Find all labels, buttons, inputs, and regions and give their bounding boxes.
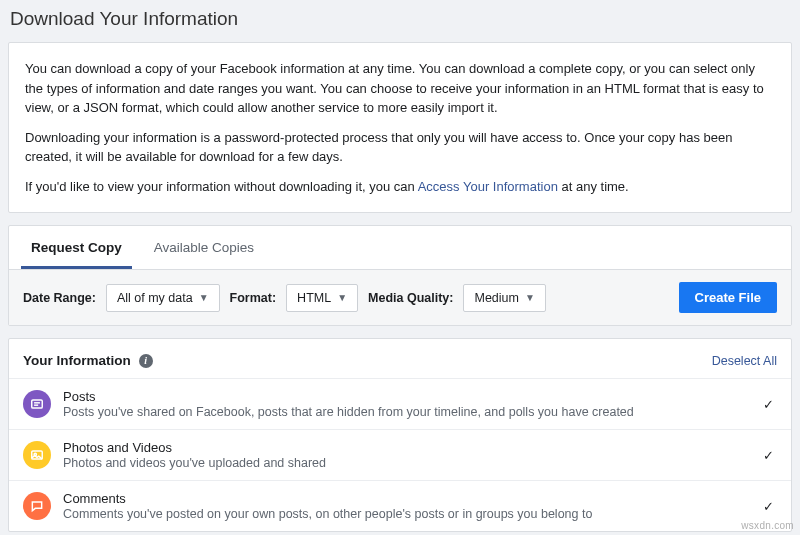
intro-paragraph-3: If you'd like to view your information w… — [25, 177, 775, 197]
item-desc: Photos and videos you've uploaded and sh… — [63, 456, 747, 470]
request-card: Request Copy Available Copies Date Range… — [8, 225, 792, 326]
deselect-all-link[interactable]: Deselect All — [712, 354, 777, 368]
posts-icon — [23, 390, 51, 418]
svg-rect-0 — [32, 400, 43, 408]
format-select[interactable]: HTML ▼ — [286, 284, 358, 312]
caret-down-icon: ▼ — [337, 292, 347, 303]
intro-p3-suffix: at any time. — [558, 179, 629, 194]
watermark: wsxdn.com — [741, 520, 794, 531]
photos-icon — [23, 441, 51, 469]
date-range-label: Date Range: — [23, 291, 96, 305]
item-title: Comments — [63, 491, 747, 506]
intro-paragraph-2: Downloading your information is a passwo… — [25, 128, 775, 167]
tabs: Request Copy Available Copies — [9, 226, 791, 270]
list-item-photos[interactable]: Photos and Videos Photos and videos you'… — [9, 429, 791, 480]
item-text: Comments Comments you've posted on your … — [63, 491, 747, 521]
tab-request-copy[interactable]: Request Copy — [21, 226, 132, 269]
access-your-information-link[interactable]: Access Your Information — [418, 179, 558, 194]
caret-down-icon: ▼ — [525, 292, 535, 303]
item-text: Photos and Videos Photos and videos you'… — [63, 440, 747, 470]
list-item-posts[interactable]: Posts Posts you've shared on Facebook, p… — [9, 378, 791, 429]
item-title: Posts — [63, 389, 747, 404]
intro-card: You can download a copy of your Facebook… — [8, 42, 792, 213]
date-range-select[interactable]: All of my data ▼ — [106, 284, 220, 312]
section-header: Your Information i Deselect All — [9, 339, 791, 378]
media-quality-select[interactable]: Medium ▼ — [463, 284, 545, 312]
checkmark-icon[interactable]: ✓ — [759, 397, 777, 412]
section-title: Your Information i — [23, 353, 153, 368]
comments-icon — [23, 492, 51, 520]
list-item-comments[interactable]: Comments Comments you've posted on your … — [9, 480, 791, 531]
checkmark-icon[interactable]: ✓ — [759, 448, 777, 463]
checkmark-icon[interactable]: ✓ — [759, 499, 777, 514]
intro-p3-prefix: If you'd like to view your information w… — [25, 179, 418, 194]
intro-paragraph-1: You can download a copy of your Facebook… — [25, 59, 775, 118]
item-text: Posts Posts you've shared on Facebook, p… — [63, 389, 747, 419]
tab-available-copies[interactable]: Available Copies — [144, 226, 264, 269]
item-desc: Comments you've posted on your own posts… — [63, 507, 747, 521]
media-quality-value: Medium — [474, 291, 518, 305]
format-value: HTML — [297, 291, 331, 305]
info-icon[interactable]: i — [139, 354, 153, 368]
your-information-card: Your Information i Deselect All Posts Po… — [8, 338, 792, 532]
item-title: Photos and Videos — [63, 440, 747, 455]
page-title: Download Your Information — [0, 0, 800, 42]
format-label: Format: — [230, 291, 277, 305]
filter-row: Date Range: All of my data ▼ Format: HTM… — [9, 270, 791, 325]
item-desc: Posts you've shared on Facebook, posts t… — [63, 405, 747, 419]
date-range-value: All of my data — [117, 291, 193, 305]
create-file-button[interactable]: Create File — [679, 282, 777, 313]
media-quality-label: Media Quality: — [368, 291, 453, 305]
section-title-text: Your Information — [23, 353, 131, 368]
caret-down-icon: ▼ — [199, 292, 209, 303]
